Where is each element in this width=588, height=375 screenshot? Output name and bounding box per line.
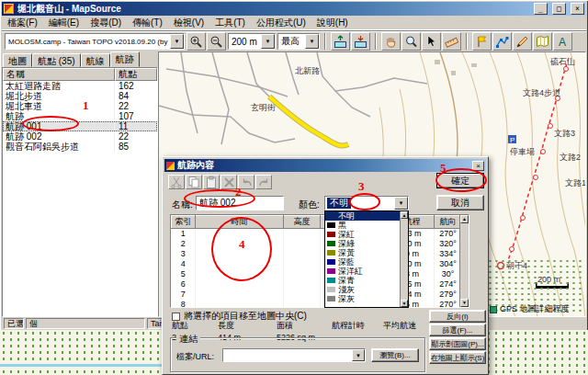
waypoint-flag-icon[interactable] bbox=[472, 32, 492, 51]
text-label-icon[interactable]: A bbox=[553, 32, 572, 51]
track-list-item[interactable]: 航跡 107 bbox=[3, 111, 157, 121]
title-bar[interactable]: 堀北觀音山 - MapSource _ □ × bbox=[2, 2, 586, 16]
track-name: 航跡 bbox=[3, 111, 115, 121]
column-header[interactable]: 航向 bbox=[435, 216, 462, 229]
trackpoint-row[interactable]: 5 8 m 30° bbox=[172, 269, 462, 279]
browse-button[interactable]: 瀏覽(B)... bbox=[371, 348, 419, 362]
dialog-close-icon[interactable]: × bbox=[472, 161, 484, 171]
chevron-down-icon[interactable]: ▼ bbox=[305, 34, 319, 49]
undo-icon[interactable] bbox=[238, 175, 254, 189]
dialog-title-bar[interactable]: 航跡內容 × bbox=[164, 159, 486, 172]
chevron-down-icon[interactable]: ▼ bbox=[352, 349, 365, 361]
minimize-button[interactable]: _ bbox=[534, 3, 548, 15]
receive-from-device-icon[interactable] bbox=[351, 32, 370, 51]
scroll-up-icon[interactable]: ▲ bbox=[401, 211, 408, 219]
chevron-down-icon[interactable]: ▼ bbox=[170, 34, 184, 49]
color-option[interactable]: 不明 bbox=[325, 211, 400, 221]
sidebar-tab[interactable]: 地圖 bbox=[3, 53, 32, 67]
show-profile-button[interactable]: 顯示剖面圖(P)... bbox=[429, 337, 486, 350]
track-list-item[interactable]: 太紅迴路走踏 162 bbox=[3, 81, 157, 91]
trackpoint-row[interactable]: 3 9 m 334° bbox=[172, 249, 462, 259]
color-combo[interactable]: 不明 ▼ bbox=[324, 196, 409, 210]
track-list-item[interactable]: 堀北車道 22 bbox=[3, 101, 157, 111]
track-pencil-icon[interactable] bbox=[513, 32, 532, 51]
map-product-combo[interactable]: MOLOSM.camp - Taiwan TOPO v2018.09.20 (b… bbox=[5, 33, 185, 50]
track-list-item[interactable]: 堀北步道 84 bbox=[3, 91, 157, 101]
show-on-map-button[interactable]: 在地圖上顯示(S) bbox=[429, 351, 486, 364]
copy-icon[interactable] bbox=[186, 175, 202, 189]
paste-icon[interactable] bbox=[203, 175, 220, 189]
ok-button[interactable]: 確定 bbox=[436, 173, 484, 188]
dropdown-scrollbar[interactable]: ▲ ▼ bbox=[400, 211, 408, 307]
detail-level-combo[interactable]: 最高 ▼ bbox=[277, 33, 320, 50]
redo-icon[interactable] bbox=[255, 175, 272, 189]
menu-item[interactable]: 傳輸(T) bbox=[127, 16, 168, 30]
trackpoint-row[interactable]: 6 25 m 274° bbox=[172, 279, 462, 290]
trackpoint-row[interactable]: 7 24 m 279° bbox=[172, 290, 462, 300]
route-tool-icon[interactable] bbox=[492, 32, 512, 51]
measure-ruler-icon[interactable] bbox=[442, 32, 461, 51]
chevron-down-icon[interactable]: ▼ bbox=[394, 197, 408, 210]
color-option[interactable]: 深青 bbox=[325, 276, 400, 285]
maximize-button[interactable]: □ bbox=[552, 3, 566, 15]
menu-item[interactable]: 說明(H) bbox=[311, 16, 354, 30]
track-list-item[interactable]: 航跡 001 11 bbox=[3, 121, 157, 131]
column-header[interactable]: 高度 bbox=[284, 216, 321, 229]
color-option[interactable]: 黑 bbox=[325, 221, 400, 230]
color-option[interactable]: 淺灰 bbox=[325, 285, 400, 294]
scroll-up-icon[interactable]: ▲ bbox=[460, 215, 469, 223]
map-label: 文路1 bbox=[565, 177, 586, 189]
zoom-in-icon[interactable] bbox=[187, 32, 206, 51]
color-option[interactable]: 深灰 bbox=[325, 294, 400, 303]
menu-item[interactable]: 工具(T) bbox=[209, 16, 251, 30]
file-url-combo[interactable]: ▼ bbox=[222, 348, 366, 362]
trackpoint-row[interactable]: 2 10 m 320° bbox=[172, 239, 462, 249]
close-button[interactable]: × bbox=[571, 3, 584, 15]
menu-item[interactable]: 檔案(F) bbox=[2, 16, 43, 30]
track-list-item[interactable]: 觀音石阿鋁吳步道 85 bbox=[3, 142, 157, 152]
column-header-points[interactable]: 航點 bbox=[115, 68, 157, 81]
scroll-down-icon[interactable]: ▼ bbox=[401, 300, 408, 307]
column-header[interactable]: 索引 bbox=[172, 216, 196, 229]
table-scrollbar[interactable]: ▲ ▼ bbox=[459, 215, 469, 307]
color-option[interactable]: 深黃 bbox=[325, 248, 400, 257]
send-to-device-icon[interactable] bbox=[331, 32, 350, 51]
menu-item[interactable]: 公用程式(U) bbox=[251, 16, 311, 30]
cut-icon[interactable] bbox=[168, 175, 185, 189]
select-arrow-icon[interactable] bbox=[422, 32, 441, 51]
delete-icon[interactable] bbox=[220, 175, 237, 189]
chevron-down-icon[interactable]: ▼ bbox=[261, 34, 275, 49]
track-name-input[interactable] bbox=[196, 196, 284, 210]
trackpoint-row[interactable]: 8 6 m 270° bbox=[172, 300, 462, 309]
view-tool-group bbox=[381, 32, 461, 51]
invert-button[interactable]: 反向(I) bbox=[429, 310, 486, 323]
sidebar-tab[interactable]: 航點 (35) bbox=[32, 53, 81, 67]
scroll-down-icon[interactable]: ▼ bbox=[460, 299, 469, 307]
pan-hand-icon[interactable] bbox=[381, 32, 401, 51]
zoom-tool-icon[interactable] bbox=[401, 32, 421, 51]
cell-index: 7 bbox=[172, 290, 196, 300]
filter-button[interactable]: 篩選(F)... bbox=[429, 324, 486, 336]
zoom-out-icon[interactable] bbox=[207, 32, 226, 51]
color-option[interactable]: 深洋紅 bbox=[325, 267, 400, 276]
column-header[interactable]: 時間 bbox=[196, 216, 284, 229]
column-header-name[interactable]: 名稱 bbox=[3, 68, 115, 81]
trackpoint-row[interactable]: 1 13 m 270° bbox=[172, 229, 462, 239]
track-list-item[interactable]: 航跡 002 22 bbox=[3, 131, 157, 142]
color-option[interactable]: 深紅 bbox=[325, 230, 400, 239]
cell-time bbox=[196, 229, 284, 239]
map-label: 停車場 bbox=[510, 146, 535, 158]
trackpoint-table: 索引時間高度深度溫度航程航向 1 13 m 270° 2 bbox=[170, 214, 469, 308]
cancel-button[interactable]: 取消 bbox=[436, 195, 484, 210]
trackpoint-row[interactable]: 4 10 m 304° bbox=[172, 259, 462, 269]
menu-item[interactable]: 編輯(E) bbox=[43, 16, 85, 30]
sidebar-tab[interactable]: 航線 bbox=[81, 53, 110, 67]
sidebar-tab[interactable]: 航跡 bbox=[110, 51, 140, 67]
menu-item[interactable]: 搜尋(D) bbox=[85, 16, 127, 30]
zoom-scale-combo[interactable]: 200 m ▼ bbox=[228, 33, 276, 50]
menu-item[interactable]: 檢視(V) bbox=[168, 16, 209, 30]
color-option[interactable]: 深綠 bbox=[325, 239, 400, 248]
track-point-count: 22 bbox=[115, 101, 129, 111]
map-select-icon[interactable] bbox=[533, 32, 552, 51]
color-swatch bbox=[327, 278, 335, 283]
